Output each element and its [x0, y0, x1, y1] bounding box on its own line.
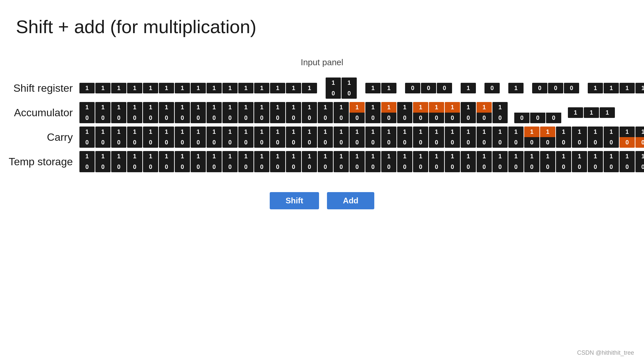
- register-cell: 10: [238, 151, 253, 172]
- register-cell: 1: [381, 83, 396, 93]
- input-panel-label: Input panel: [0, 57, 644, 68]
- register-cell: 10: [175, 151, 190, 172]
- register-cell: 1: [111, 83, 126, 93]
- register-cell: 10: [191, 151, 206, 172]
- register-cell: 10: [413, 102, 428, 123]
- register-cell: 10: [635, 151, 644, 172]
- register-cell: 10: [381, 151, 396, 172]
- shift-register-row: Shift register 1111111111111111010110001…: [0, 78, 644, 99]
- register-cell: 1: [600, 107, 615, 118]
- register-cell: 0: [437, 83, 452, 93]
- register-cell: 10: [413, 151, 428, 172]
- accumulator-cells: 1010101010101010101010101010101010101010…: [79, 102, 615, 123]
- shift-register-label: Shift register: [3, 82, 79, 94]
- register-cell: 10: [79, 102, 95, 123]
- register-cell: 10: [461, 127, 476, 148]
- register-cell: 10: [349, 127, 365, 148]
- register-cell: 10: [318, 102, 333, 123]
- register-cell: 10: [159, 102, 174, 123]
- register-cell: 10: [143, 127, 158, 148]
- register-cell: 10: [461, 102, 476, 123]
- register-cell: 0: [484, 83, 500, 93]
- register-cell: 10: [270, 102, 285, 123]
- register-cell: 10: [588, 151, 603, 172]
- register-cell: 0: [530, 102, 545, 123]
- register-cell: 10: [302, 127, 317, 148]
- register-cell: 10: [254, 127, 269, 148]
- register-cell: 10: [429, 151, 444, 172]
- register-cell: 1: [191, 83, 206, 93]
- register-cell: 10: [95, 127, 111, 148]
- register-cell: 10: [159, 127, 174, 148]
- register-cell: 10: [302, 151, 317, 172]
- register-cell: 10: [95, 151, 111, 172]
- register-cell: 10: [342, 78, 357, 99]
- register-cell: 10: [540, 127, 555, 148]
- register-cell: 10: [222, 102, 238, 123]
- register-cell: 10: [588, 127, 603, 148]
- register-cell: 10: [508, 127, 524, 148]
- register-cell: 0: [564, 83, 579, 93]
- register-cell: 10: [334, 151, 349, 172]
- register-cell: 0: [532, 83, 547, 93]
- register-cell: 10: [524, 127, 539, 148]
- carry-label: Carry: [3, 131, 79, 143]
- register-cell: 1: [238, 83, 253, 93]
- register-cell: 10: [318, 127, 333, 148]
- register-cell: 1: [207, 83, 222, 93]
- register-cell: 10: [556, 127, 571, 148]
- register-cell: 10: [429, 127, 444, 148]
- register-cell: 1: [620, 83, 635, 93]
- register-cell: 1: [222, 83, 238, 93]
- register-cell: 10: [445, 102, 460, 123]
- register-cell: 10: [572, 151, 587, 172]
- register-cell: 10: [397, 127, 412, 148]
- register-cell: 10: [270, 127, 285, 148]
- register-cell: 10: [222, 151, 238, 172]
- register-cell: 10: [159, 151, 174, 172]
- register-cell: 10: [95, 102, 111, 123]
- register-cell: 10: [413, 127, 428, 148]
- register-cell: 10: [286, 127, 301, 148]
- accumulator-row: Accumulator 1010101010101010101010101010…: [0, 102, 644, 123]
- register-cell: 1: [635, 83, 644, 93]
- shift-register-cells: 1111111111111111010110001010001111: [79, 78, 644, 99]
- register-cell: 1: [461, 83, 476, 93]
- shift-button[interactable]: Shift: [270, 192, 319, 209]
- register-cell: 10: [191, 127, 206, 148]
- register-cell: 10: [238, 102, 253, 123]
- register-cell: 1: [127, 83, 142, 93]
- register-cell: 10: [572, 127, 587, 148]
- register-cell: 10: [286, 151, 301, 172]
- register-cell: 10: [207, 127, 222, 148]
- register-cell: 10: [477, 151, 492, 172]
- register-cell: 10: [635, 127, 644, 148]
- buttons-row: Shift Add: [0, 192, 644, 209]
- register-cell: 10: [175, 102, 190, 123]
- register-cell: 10: [326, 78, 341, 99]
- register-cell: 10: [477, 127, 492, 148]
- register-cell: 10: [318, 151, 333, 172]
- register-cell: 10: [79, 151, 95, 172]
- register-cell: 10: [175, 127, 190, 148]
- register-cell: 10: [143, 102, 158, 123]
- carry-cells: 1010101010101010101010101010101010101010…: [79, 127, 644, 148]
- register-cell: 10: [270, 151, 285, 172]
- register-cell: 10: [429, 102, 444, 123]
- register-cell: 10: [381, 102, 396, 123]
- watermark: CSDN @hithithit_tree: [577, 349, 634, 356]
- register-cell: 10: [111, 102, 126, 123]
- register-cell: 10: [445, 127, 460, 148]
- register-cell: 10: [127, 127, 142, 148]
- register-cell: 10: [365, 127, 381, 148]
- register-cell: 10: [254, 102, 269, 123]
- register-cell: 10: [381, 127, 396, 148]
- register-cell: 1: [270, 83, 285, 93]
- register-cell: 10: [445, 151, 460, 172]
- register-cell: 0: [405, 83, 420, 93]
- register-cell: 1: [302, 83, 317, 93]
- register-cell: 10: [477, 102, 492, 123]
- add-button[interactable]: Add: [327, 192, 374, 209]
- register-cell: 10: [191, 102, 206, 123]
- register-cell: 10: [620, 127, 635, 148]
